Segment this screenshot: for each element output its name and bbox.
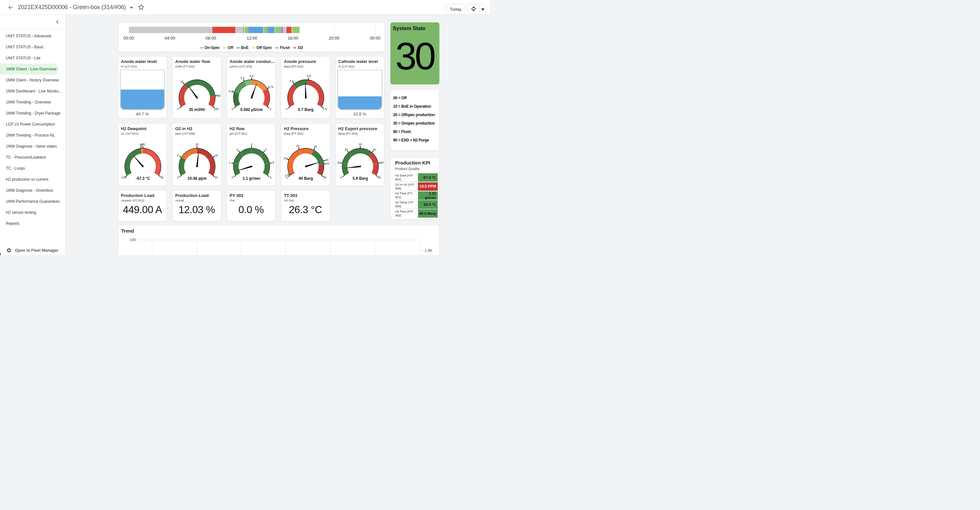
gauge-tick-label: 85	[217, 94, 221, 97]
gauge-tick-label: 60	[378, 176, 381, 179]
legend-item-Off[interactable]: Off	[223, 45, 233, 50]
gauge-band	[143, 148, 161, 176]
gauge-tick-label: 15	[215, 154, 218, 157]
gauge-value: 1.1 gr/sec	[242, 176, 261, 180]
sidebar-item[interactable]: H2 sensor testing	[0, 207, 65, 218]
gauge-chart: -1010203040425040 Barg	[282, 124, 330, 186]
timeline-segment-Off-Spec[interactable]	[291, 27, 293, 33]
sidebar-item[interactable]: TC - Pressure/Leaktest	[0, 152, 65, 163]
gauge-tick-label: 1	[270, 107, 271, 110]
sidebar-item[interactable]: TC - Loops	[0, 163, 65, 174]
gauge-tick-label: -35	[141, 143, 145, 146]
gauge-tick	[263, 151, 264, 152]
sidebar-item[interactable]: 1MW Trending - Process-NL	[0, 130, 65, 141]
gauge-tick	[180, 156, 181, 157]
timeline-segment-Flush[interactable]	[267, 27, 268, 33]
timeline-segment-BoE[interactable]	[249, 27, 263, 33]
timeline-segment-BoE[interactable]	[243, 27, 244, 33]
panel-subtitle: % (LIT-201)	[121, 65, 137, 68]
gauge-tick	[324, 164, 326, 164]
gauge-tick-label: 0.5	[290, 79, 294, 83]
panel-anode-water-conduc-: Anode water conduc...µS/cm (AIT-203)00.2…	[227, 56, 276, 119]
gauge-tick-label: 40	[373, 148, 376, 151]
gauge-band	[185, 79, 215, 96]
legend-item-SD[interactable]: SD	[293, 45, 303, 50]
sidebar-item[interactable]: 1MW Trending - Overview	[0, 97, 65, 108]
gauge-tick	[243, 79, 244, 81]
favorite-star-icon[interactable]	[138, 3, 145, 11]
gauge-tick	[308, 78, 309, 79]
sidebar-item[interactable]: LCP LV Power Consumption	[0, 119, 65, 130]
sidebar-item[interactable]: UNIT STATUS - Lite	[0, 52, 65, 64]
gauge-tick-label: 0.2	[228, 89, 232, 92]
kpi-row-label: H2 Pres (PIT-302)	[395, 209, 418, 218]
sidebar-item[interactable]: 1MW Dashboard - Live Monito...	[0, 86, 65, 97]
timeline-segment-On-Spec[interactable]	[264, 27, 267, 33]
timeline-segment-BoE[interactable]	[268, 27, 275, 33]
gauge-band	[288, 148, 313, 174]
legend-label: Off-Spec	[256, 45, 272, 50]
sidebar-item[interactable]: Reports	[0, 218, 65, 229]
timeline-segment-Off[interactable]	[235, 27, 243, 33]
back-arrow-icon[interactable]	[8, 5, 14, 10]
legend-item-Off-Spec[interactable]: Off-Spec	[251, 45, 272, 50]
sidebar-item[interactable]: 1MW Diagnose - Valve states	[0, 141, 65, 152]
kpi-row-value: 40.0 Barg	[418, 209, 438, 218]
sidebar-item[interactable]: H2 production vs current	[0, 174, 65, 185]
panel-h2-flow: H2 flowg/s (FIT-301)01234561.1 gr/sec	[227, 124, 276, 186]
sidebar-item[interactable]: 1MW Diagnose - Greenbox	[0, 185, 65, 196]
refresh-icon[interactable]	[470, 6, 477, 13]
gauge-tick	[180, 107, 181, 108]
sidebar-item[interactable]: 1MW Performance Guarantees	[0, 196, 65, 207]
timeline-segment-On-Spec[interactable]	[245, 27, 248, 33]
timeline-segment-On-Spec[interactable]	[293, 27, 299, 33]
legend-item-On-Spec[interactable]: On-Spec	[200, 45, 220, 50]
timeline-segment-Off-Spec[interactable]	[275, 27, 275, 33]
gauge-value: 35 m3/Hr	[189, 107, 205, 112]
legend-item-Flush[interactable]: Flush	[275, 45, 290, 50]
gauge-needle	[305, 83, 307, 98]
sidebar-item[interactable]: UNIT STATUS - Basic	[0, 41, 65, 52]
stat-value: 12.03 %	[173, 204, 221, 216]
legend-item-BoE[interactable]: BoE	[236, 45, 248, 50]
panel-h2-dewpoint: H2 DewpointoC (AIT-601)-100-38-3530-57.3…	[118, 124, 167, 186]
sidebar-item[interactable]: 1MW Client - Live Overview	[0, 64, 65, 75]
timeline-hour-label: 08:00	[206, 36, 216, 41]
timeline-segment-Off[interactable]	[129, 27, 212, 33]
gauge-tick	[269, 163, 271, 163]
gauge-band	[208, 96, 215, 107]
gauge-band	[233, 92, 240, 107]
gauge-tick-label: 10	[195, 143, 199, 146]
timeline-segment-Flush[interactable]	[282, 27, 283, 33]
timeline-segment-Flush[interactable]	[248, 27, 249, 33]
timeline-hour-label: 04:00	[164, 36, 175, 41]
gauge-tick-label: 32	[180, 80, 184, 83]
gauge-tick-label: 3	[251, 143, 252, 146]
refresh-split-button[interactable]	[468, 4, 486, 14]
title-dropdown-caret-icon[interactable]	[130, 7, 133, 9]
gauge-chart: 0510152010.48 ppm	[173, 124, 221, 186]
gauge-needle	[251, 84, 257, 99]
timeline-segment-Off-Spec[interactable]	[244, 27, 245, 33]
timeline-segment-Off-Spec[interactable]	[263, 27, 264, 33]
sidebar-collapse-icon[interactable]	[55, 20, 60, 24]
gauge-band	[317, 164, 324, 175]
timeline-segment-SD[interactable]	[286, 27, 291, 33]
gauge-tick	[141, 146, 141, 148]
timeline-segment-SD[interactable]	[212, 27, 235, 33]
panel-anode-pressure: Anode pressureBarg (PT-202)00.50.81.50.7…	[281, 56, 330, 119]
today-button[interactable]: Today	[446, 4, 465, 14]
open-fleet-manager[interactable]: Open in Fleet Manager	[6, 248, 59, 253]
timeline-segment-Off[interactable]	[283, 27, 286, 33]
dashboard-title[interactable]: 2021EX425D00006 - Green-box (314/#06)	[18, 4, 126, 11]
sidebar-item[interactable]: UNIT STATUS - Advanced	[0, 30, 65, 41]
timeline-segment-On-Spec[interactable]	[275, 27, 282, 33]
gauge-band	[179, 84, 188, 107]
sidebar-item[interactable]: 1MW Trending - Dryer Package	[0, 108, 65, 119]
refresh-dropdown-caret-icon[interactable]	[481, 8, 484, 11]
kpi-title: Production KPI	[395, 160, 430, 165]
gauge-value: 0.7 Barg	[298, 107, 313, 112]
trend-left-axis-label: 100	[127, 238, 136, 242]
panel-title: Production Load	[175, 193, 208, 198]
sidebar-item[interactable]: 1MW Client - History Overview	[0, 75, 65, 86]
